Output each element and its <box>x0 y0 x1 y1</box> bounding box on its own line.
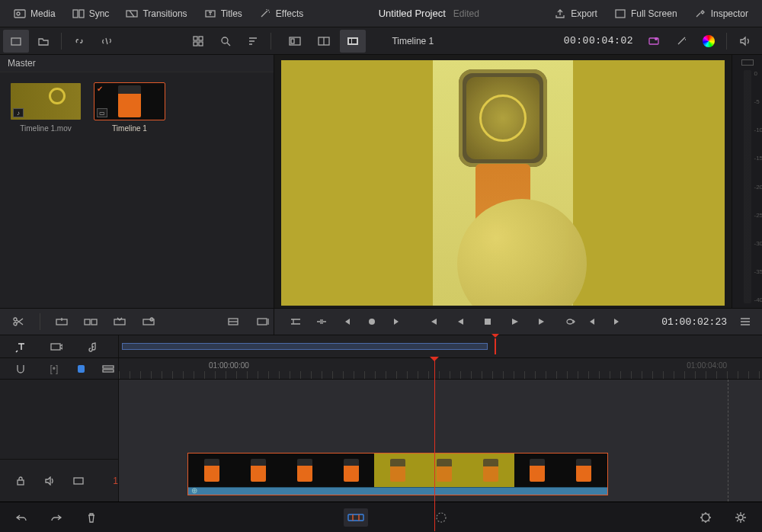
bypass-grade-button[interactable] <box>641 30 667 53</box>
bin-label[interactable]: Master <box>0 55 274 72</box>
inspector-icon <box>694 8 706 19</box>
overview-scrollbar[interactable] <box>122 341 753 351</box>
import-media-button[interactable] <box>3 30 29 53</box>
fit-clip-button[interactable] <box>138 312 159 332</box>
import-folder-button[interactable] <box>30 30 56 53</box>
grid-view-button[interactable] <box>185 30 211 53</box>
project-settings-button[interactable] <box>695 508 716 527</box>
replace-clip-button[interactable] <box>109 312 130 332</box>
center-mark-button[interactable] <box>361 312 383 332</box>
redo-button[interactable] <box>46 508 67 527</box>
media-pool-icon <box>14 8 26 19</box>
menu-transitions[interactable]: Transitions <box>118 4 194 24</box>
divider <box>271 33 271 50</box>
track-view-button[interactable] <box>98 359 118 379</box>
view-mode-3-button[interactable] <box>340 30 366 53</box>
fullscreen-icon <box>614 8 626 19</box>
svg-point-21 <box>14 318 17 321</box>
view-mode-2-button[interactable] <box>311 30 337 53</box>
track-header[interactable]: 1 <box>0 459 118 502</box>
menu-media[interactable]: Media <box>6 4 63 24</box>
menu-inspector[interactable]: Inspector <box>687 4 756 24</box>
viewer[interactable] <box>274 55 732 308</box>
monitor-track-button[interactable] <box>69 471 88 491</box>
last-frame-button[interactable] <box>532 312 553 332</box>
ripple-button[interactable] <box>223 312 245 332</box>
clip-item-selected[interactable]: ✔ ▭ Timeline 1 <box>94 83 165 133</box>
timeline-overview-row <box>0 335 762 358</box>
svg-rect-11 <box>199 42 203 46</box>
transport-menu-button[interactable] <box>735 312 756 332</box>
toolbar: Timeline 1 00:00:04:02 <box>0 27 762 55</box>
viewer-frame <box>281 60 725 306</box>
undo-button[interactable] <box>11 508 32 527</box>
first-frame-button[interactable] <box>422 312 443 332</box>
clip-name: Timeline 1.mov <box>11 124 81 133</box>
edit-page-button[interactable] <box>429 508 453 527</box>
trim-mode-button[interactable] <box>285 312 306 332</box>
video-only-button[interactable] <box>46 337 67 357</box>
project-status: Edited <box>453 8 479 19</box>
text-tool-button[interactable] <box>11 337 32 357</box>
preferences-button[interactable] <box>730 508 751 527</box>
svg-point-31 <box>369 319 375 325</box>
view-mode-1-button[interactable] <box>282 30 308 53</box>
svg-point-22 <box>14 322 17 325</box>
next-edit-button[interactable] <box>386 312 407 332</box>
svg-rect-2 <box>73 10 78 18</box>
svg-rect-10 <box>194 42 197 46</box>
overview-range[interactable] <box>122 343 488 350</box>
ruler-start-time: 01:00:00:00 <box>209 361 249 370</box>
timeline-ruler[interactable]: 01:00:00:00 01:00:04:00 <box>119 358 762 379</box>
svg-rect-7 <box>11 38 21 45</box>
skip-fwd-button[interactable] <box>607 312 628 332</box>
viewer-timecode[interactable]: 00:00:04:02 <box>564 35 641 46</box>
scissors-button[interactable] <box>8 312 29 332</box>
clip-item[interactable]: ♪ Timeline 1.mov <box>11 83 81 133</box>
flag-button[interactable] <box>78 365 85 373</box>
stop-button[interactable] <box>477 312 498 332</box>
menu-titles-label: Titles <box>221 8 242 19</box>
transport-timecode[interactable]: 01:00:02:23 <box>643 309 735 335</box>
link-button[interactable] <box>66 30 92 53</box>
tracks-area[interactable] <box>119 380 762 502</box>
insert-clip-button[interactable] <box>51 312 72 332</box>
svg-point-12 <box>222 37 228 43</box>
svg-point-39 <box>437 513 446 522</box>
menu-sync[interactable]: Sync <box>65 4 117 24</box>
menu-titles[interactable]: Titles <box>197 4 250 24</box>
prev-edit-button[interactable] <box>337 312 358 332</box>
timeline-clip[interactable] <box>187 453 608 495</box>
dynamic-trim-button[interactable] <box>311 312 332 332</box>
play-reverse-button[interactable] <box>450 312 471 332</box>
menu-export[interactable]: Export <box>546 4 605 24</box>
audio-only-button[interactable] <box>81 337 102 357</box>
meter-bars: 0-5-10-15-20-25-30-35-40 <box>744 70 751 303</box>
playhead[interactable] <box>434 358 435 531</box>
lock-track-button[interactable] <box>11 471 30 491</box>
fx-button[interactable] <box>668 30 694 53</box>
menu-transitions-label: Transitions <box>142 8 187 19</box>
menu-effects[interactable]: Effects <box>251 4 311 24</box>
overview-playhead[interactable] <box>495 338 496 354</box>
mute-track-button[interactable] <box>40 471 59 491</box>
menu-fullscreen[interactable]: Full Screen <box>607 4 685 24</box>
play-button[interactable] <box>504 312 526 332</box>
search-button[interactable] <box>213 30 239 53</box>
unlink-button[interactable] <box>94 30 120 53</box>
cut-page-button[interactable] <box>344 508 368 527</box>
marker-tool-button[interactable]: [•] <box>44 359 64 379</box>
clip-audio-track[interactable] <box>188 487 607 495</box>
overwrite-clip-button[interactable] <box>80 312 101 332</box>
delete-button[interactable] <box>81 508 102 527</box>
bottom-bar <box>0 502 762 532</box>
sort-button[interactable] <box>240 30 266 53</box>
svg-rect-6 <box>616 10 625 18</box>
skip-back-button[interactable] <box>581 312 602 332</box>
loop-button[interactable] <box>559 312 581 332</box>
svg-point-20 <box>655 37 658 40</box>
snap-button[interactable] <box>11 359 30 379</box>
speaker-button[interactable] <box>732 30 757 53</box>
append-button[interactable] <box>252 312 274 332</box>
color-wheel-button[interactable] <box>696 30 722 53</box>
